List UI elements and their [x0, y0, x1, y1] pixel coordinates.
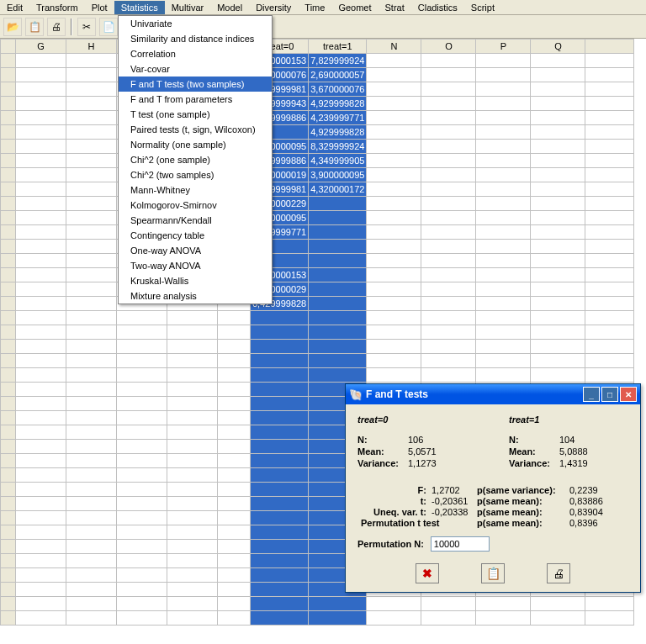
- cell[interactable]: [16, 525, 66, 540]
- cell[interactable]: [167, 568, 218, 583]
- cell[interactable]: [16, 54, 66, 68]
- cell[interactable]: [531, 282, 585, 297]
- cell[interactable]: [251, 383, 309, 397]
- cell[interactable]: [16, 168, 66, 182]
- menu-geomet[interactable]: Geomet: [331, 1, 378, 14]
- cell[interactable]: [421, 111, 476, 125]
- cell[interactable]: [16, 240, 66, 254]
- cell[interactable]: [309, 325, 367, 340]
- row-header[interactable]: [1, 282, 16, 297]
- cell[interactable]: [167, 311, 218, 325]
- menu-item[interactable]: Kruskal-Wallis: [119, 273, 272, 288]
- cell[interactable]: [367, 168, 421, 182]
- cell[interactable]: [218, 354, 251, 368]
- cell[interactable]: [367, 125, 421, 140]
- cell[interactable]: [16, 597, 66, 611]
- cell[interactable]: [16, 197, 66, 211]
- cell[interactable]: [66, 82, 117, 97]
- cell[interactable]: 3,900000095: [309, 168, 367, 182]
- cell[interactable]: [421, 297, 476, 311]
- cell[interactable]: [531, 240, 585, 254]
- cell[interactable]: [421, 125, 476, 140]
- cell[interactable]: [251, 411, 309, 425]
- menu-item[interactable]: One-way ANOVA: [119, 243, 272, 258]
- cell[interactable]: [585, 268, 634, 282]
- cell[interactable]: [585, 240, 634, 254]
- cell[interactable]: [309, 240, 367, 254]
- cell[interactable]: [16, 325, 66, 340]
- cell[interactable]: [16, 282, 66, 297]
- cell[interactable]: [167, 440, 218, 454]
- row-header[interactable]: [1, 497, 16, 511]
- cell[interactable]: [66, 583, 117, 597]
- cell[interactable]: [251, 568, 309, 583]
- cell[interactable]: [66, 511, 117, 525]
- open-icon[interactable]: 📂: [3, 18, 22, 36]
- cell[interactable]: [367, 611, 421, 626]
- menu-item[interactable]: Var-covar: [119, 61, 272, 77]
- menu-model[interactable]: Model: [210, 1, 249, 14]
- cell[interactable]: [531, 182, 585, 197]
- cell[interactable]: [367, 240, 421, 254]
- cell[interactable]: [16, 397, 66, 411]
- row-header[interactable]: [1, 425, 16, 440]
- cell[interactable]: [531, 368, 585, 383]
- cell[interactable]: [367, 325, 421, 340]
- cell[interactable]: [16, 268, 66, 282]
- cell[interactable]: [476, 97, 531, 111]
- cell[interactable]: [16, 497, 66, 511]
- cell[interactable]: [167, 611, 218, 626]
- cell[interactable]: [531, 211, 585, 225]
- cell[interactable]: [117, 597, 167, 611]
- cell[interactable]: [218, 440, 251, 454]
- print-icon[interactable]: 🖨: [47, 18, 66, 36]
- cell[interactable]: [309, 254, 367, 268]
- cell[interactable]: [367, 197, 421, 211]
- cell[interactable]: 4,929999828: [309, 125, 367, 140]
- cell[interactable]: [251, 397, 309, 411]
- cell[interactable]: [531, 54, 585, 68]
- menu-item[interactable]: Univariate: [119, 16, 272, 31]
- cell[interactable]: [16, 154, 66, 168]
- cell[interactable]: [218, 383, 251, 397]
- cell[interactable]: 7,829999924: [309, 54, 367, 68]
- cell[interactable]: [251, 497, 309, 511]
- cell[interactable]: [16, 368, 66, 383]
- cell[interactable]: [585, 140, 634, 154]
- cell[interactable]: [117, 540, 167, 554]
- menu-edit[interactable]: Edit: [0, 1, 29, 14]
- cell[interactable]: [218, 340, 251, 354]
- cell[interactable]: [16, 297, 66, 311]
- cell[interactable]: [367, 597, 421, 611]
- cell[interactable]: [476, 611, 531, 626]
- cell[interactable]: [117, 483, 167, 497]
- cell[interactable]: [531, 197, 585, 211]
- cell[interactable]: [66, 483, 117, 497]
- cancel-button[interactable]: ✖: [416, 563, 439, 583]
- cell[interactable]: [309, 197, 367, 211]
- cell[interactable]: [66, 325, 117, 340]
- cell[interactable]: [309, 268, 367, 282]
- cell[interactable]: [16, 140, 66, 154]
- row-header[interactable]: [1, 125, 16, 140]
- cell[interactable]: [585, 254, 634, 268]
- cell[interactable]: [66, 154, 117, 168]
- cell[interactable]: [367, 225, 421, 240]
- print-button[interactable]: 🖨: [547, 563, 570, 583]
- cell[interactable]: [66, 68, 117, 82]
- menu-item[interactable]: Mann-Whitney: [119, 182, 272, 198]
- cell[interactable]: [66, 211, 117, 225]
- row-header[interactable]: [1, 454, 16, 468]
- menu-item[interactable]: Contingency table: [119, 228, 272, 243]
- column-header[interactable]: P: [476, 40, 531, 54]
- cell[interactable]: [421, 340, 476, 354]
- cell[interactable]: [421, 140, 476, 154]
- cell[interactable]: [585, 225, 634, 240]
- dialog-titlebar[interactable]: 🐚 F and T tests _ □ ✕: [346, 384, 640, 404]
- cell[interactable]: [16, 68, 66, 82]
- cell[interactable]: [66, 97, 117, 111]
- cell[interactable]: [251, 554, 309, 568]
- cell[interactable]: [66, 597, 117, 611]
- cell[interactable]: [16, 225, 66, 240]
- cell[interactable]: [16, 611, 66, 626]
